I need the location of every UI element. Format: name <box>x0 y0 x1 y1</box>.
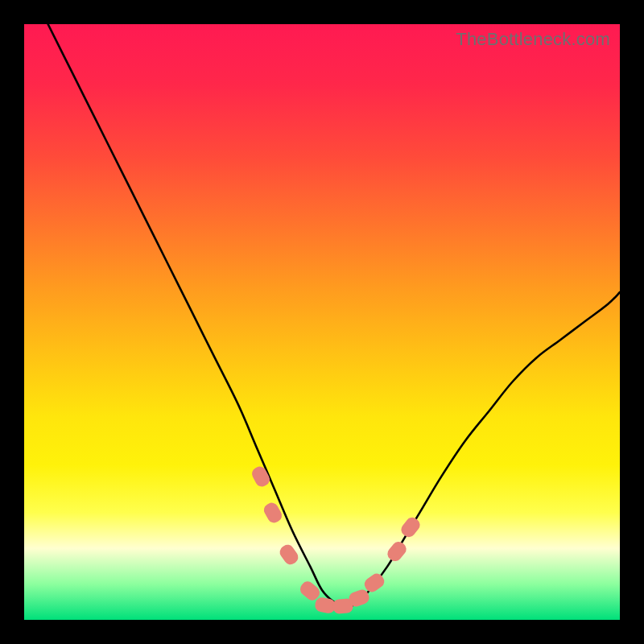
plot-area: TheBottleneck.com <box>24 24 620 620</box>
watermark-label: TheBottleneck.com <box>456 29 610 50</box>
bottleneck-curve <box>24 24 620 620</box>
chart-frame: TheBottleneck.com <box>0 0 644 644</box>
